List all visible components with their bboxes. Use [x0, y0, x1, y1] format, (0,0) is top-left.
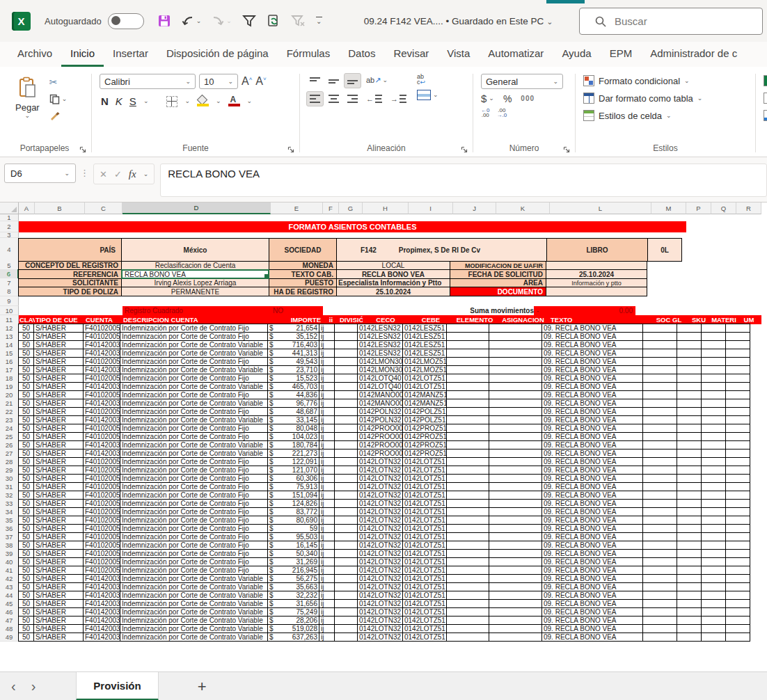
filter-button[interactable] — [238, 11, 260, 31]
dialog-launcher-icon[interactable] — [461, 146, 468, 153]
wrap-text-button[interactable]: abc↩ — [417, 74, 425, 85]
ribbon-tab-automatizar[interactable]: Automatizar — [479, 43, 553, 67]
conditional-formatting-button[interactable]: Formato condicional⌄ — [583, 75, 753, 86]
undo-button[interactable]: ⌄ — [177, 12, 205, 30]
cell-registro-cuadrado[interactable]: Registro Cuadrado NO — [122, 306, 323, 315]
row-header[interactable]: 49 — [0, 633, 19, 642]
bold-button[interactable]: N — [101, 95, 109, 107]
column-header-R[interactable]: R — [736, 202, 761, 214]
column-header-P[interactable]: P — [686, 202, 711, 214]
copy-button[interactable]: ⌄ — [49, 94, 68, 104]
cell-sociedad-label[interactable]: SOCIEDAD — [269, 238, 337, 262]
cut-button[interactable]: ✂ — [49, 77, 68, 88]
ribbon-tab-f-rmulas[interactable]: Fórmulas — [278, 43, 340, 67]
row-header[interactable]: 6 — [0, 269, 19, 279]
ribbon-tab-inicio[interactable]: Inicio — [61, 43, 104, 67]
ribbon-tab-administrador-de-c[interactable]: Administrador de c — [641, 43, 746, 67]
cell-pais-value[interactable]: México — [121, 238, 269, 262]
column-header-D[interactable]: D — [122, 202, 271, 214]
cell-I49[interactable]: 0142LOTZ51 — [402, 633, 447, 642]
reapply-filter-button[interactable] — [263, 11, 284, 31]
column-header-A[interactable]: A — [19, 202, 35, 214]
search-box[interactable] — [579, 8, 763, 35]
cell-texto-cab-label[interactable]: TEXTO CAB. — [269, 269, 337, 279]
shrink-font-button[interactable]: A˅ — [255, 75, 266, 88]
row-header[interactable]: 8 — [0, 287, 19, 296]
cell-libro-label[interactable]: LIBRO — [546, 238, 648, 262]
row-header[interactable]: 10 — [0, 306, 19, 315]
cell-pais-label[interactable]: PAÍS — [18, 238, 122, 262]
column-header-M[interactable]: M — [651, 202, 686, 214]
cell-L49[interactable]: 09. RECLA BONO VEA — [541, 633, 643, 642]
redo-button[interactable]: ⌄ — [207, 12, 235, 30]
enter-button[interactable]: ✓ — [114, 169, 122, 180]
cell-documento-label[interactable]: DOCUMENTO — [450, 287, 546, 296]
prev-sheet-button[interactable]: ‹ — [0, 672, 27, 700]
column-header-H[interactable]: H — [363, 202, 409, 214]
number-format-select[interactable]: General⌄ — [481, 74, 563, 89]
cell-Q49[interactable] — [701, 633, 726, 642]
currency-format-button[interactable]: $⌄ — [481, 93, 494, 104]
orientation-button[interactable]: ab↗⌄ — [363, 72, 391, 88]
cell-texto-cab-value[interactable]: RECLA BONO VEA — [336, 269, 450, 279]
ribbon-tab-datos[interactable]: Datos — [339, 43, 384, 67]
format-as-table-button[interactable]: Dar formato como tabla⌄ — [583, 93, 753, 104]
dialog-launcher-icon[interactable] — [79, 146, 86, 153]
cell-D49[interactable]: Indemnización por Corte de Contrato Vari… — [120, 633, 268, 642]
align-center-button[interactable] — [325, 91, 342, 106]
column-header-K[interactable]: K — [496, 202, 550, 214]
search-input[interactable] — [613, 15, 734, 28]
cancel-button[interactable]: ✕ — [100, 169, 107, 180]
next-sheet-button[interactable]: › — [27, 672, 47, 700]
cell-poliza-value[interactable]: PERMANENTE — [121, 287, 269, 296]
sheet-tab-provision[interactable]: Provisión — [76, 672, 158, 700]
cell-fecha-reg-label[interactable]: HA DE REGISTRO — [269, 287, 337, 296]
cell-suma-label[interactable]: Suma movimientos — [437, 306, 534, 315]
font-size-select[interactable]: 10⌄ — [199, 74, 238, 89]
decrease-decimal-button[interactable]: .00→.0 — [496, 108, 507, 118]
cell-B49[interactable]: S/HABER — [33, 633, 84, 642]
align-left-button[interactable] — [306, 91, 324, 106]
ribbon-tab-epm[interactable]: EPM — [601, 43, 642, 67]
row-header[interactable]: 4 — [0, 238, 19, 262]
delete-cells-button[interactable]: Elim — [764, 93, 767, 104]
drag-handle-icon[interactable]: ⋮ — [80, 168, 89, 178]
cell-styles-button[interactable]: Estilos de celda⌄ — [583, 110, 753, 121]
decrease-indent-button[interactable]: ← — [363, 91, 386, 106]
excel-logo-icon[interactable]: X — [12, 12, 31, 31]
align-right-button[interactable] — [344, 91, 361, 106]
cell-A49[interactable]: 50 — [18, 633, 34, 642]
fill-color-button[interactable] — [197, 96, 209, 106]
column-header-Q[interactable]: Q — [711, 202, 736, 214]
cell-H49[interactable]: 0142LOTN32 — [357, 633, 403, 642]
name-box[interactable]: D6⌄ — [4, 164, 76, 183]
column-header-J[interactable]: J — [453, 202, 496, 214]
cell-poliza-label[interactable]: TIPO DE POLIZA — [18, 287, 122, 296]
cell-fecha-reg-value[interactable]: 25.10.2024 — [336, 287, 450, 296]
column-header-L[interactable]: L — [550, 202, 651, 214]
column-header-E[interactable]: E — [271, 202, 323, 214]
cell-C49[interactable]: F40142003 — [83, 633, 120, 642]
cell-R49[interactable] — [725, 633, 750, 642]
cell-P49[interactable] — [677, 633, 702, 642]
borders-button[interactable] — [166, 96, 177, 107]
format-cells-button[interactable]: For — [764, 110, 767, 121]
column-header-B[interactable]: B — [35, 202, 85, 214]
cell-J49[interactable] — [446, 633, 489, 642]
format-painter-button[interactable] — [49, 111, 68, 121]
cell-suma-total[interactable]: - 0.00 — [534, 306, 635, 315]
column-header-G[interactable]: G — [339, 202, 363, 214]
paste-button[interactable]: Pegar ⌄ — [10, 74, 45, 122]
ribbon-tab-vista[interactable]: Vista — [438, 43, 479, 67]
merge-center-button[interactable]: ⌄ — [417, 90, 438, 100]
cell-referencia-value-selected[interactable]: RECLA BONO VEA — [121, 269, 269, 279]
column-header-F[interactable]: F — [323, 202, 339, 214]
document-title[interactable]: 09.24 F142 VEA.... • Guardado en Este PC… — [364, 16, 553, 26]
ribbon-tab-revisar[interactable]: Revisar — [384, 43, 438, 67]
comma-format-button[interactable]: 000 — [521, 95, 535, 102]
align-bottom-button[interactable] — [344, 73, 361, 88]
dialog-launcher-icon[interactable] — [563, 146, 570, 153]
ribbon-tab-archivo[interactable]: Archivo — [8, 43, 61, 67]
row-header[interactable]: 1 — [0, 214, 19, 221]
align-top-button[interactable] — [306, 73, 324, 88]
